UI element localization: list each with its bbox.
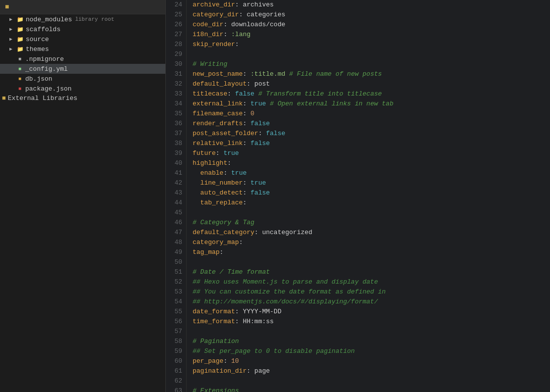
sidebar-item-external-libraries[interactable]: ■ External Libraries xyxy=(0,94,165,103)
code-line: ## Set per_page to 0 to disable paginati… xyxy=(193,346,550,356)
blog-icon: ■ xyxy=(5,3,9,11)
code-line: default_category: uncategorized xyxy=(193,228,550,238)
item-label: scaffolds xyxy=(26,26,60,33)
code-line: pagination_dir: page xyxy=(193,366,550,376)
file-icon: ■ xyxy=(16,85,24,93)
file-icon: ■ xyxy=(16,75,24,83)
code-line: enable: true xyxy=(193,168,550,178)
sidebar-header: ■ xyxy=(0,0,165,14)
sidebar: ■ ▶ 📁 node_modules library root ▶ 📁 scaf… xyxy=(0,0,166,392)
code-line: new_post_name: :title.md # File name of … xyxy=(193,69,550,79)
line-numbers: 2425262728293031323334353637383940414243… xyxy=(166,0,187,392)
item-label: package.json xyxy=(25,85,72,93)
folder-icon: 📁 xyxy=(16,15,24,23)
sidebar-item-config-yml[interactable]: ■ _config.yml xyxy=(0,64,165,74)
code-line: highlight: xyxy=(193,158,550,168)
code-line: # Extensions xyxy=(193,386,550,392)
code-line: titlecase: false # Transform title into … xyxy=(193,89,550,99)
code-line: i18n_dir: :lang xyxy=(193,30,550,40)
file-icon: ■ xyxy=(16,65,24,73)
code-content[interactable]: archive_dir: archivescategory_dir: categ… xyxy=(187,0,550,392)
sidebar-item-scaffolds[interactable]: ▶ 📁 scaffolds xyxy=(0,24,165,34)
code-line: code_dir: downloads/code xyxy=(193,20,550,30)
code-line: time_format: HH:mm:ss xyxy=(193,317,550,327)
code-line: # Category & Tag xyxy=(193,218,550,228)
sidebar-item-db-json[interactable]: ■ db.json xyxy=(0,74,165,84)
item-label: db.json xyxy=(25,75,52,83)
code-line: per_page: 10 xyxy=(193,356,550,366)
sidebar-item-source[interactable]: ▶ 📁 source xyxy=(0,34,165,44)
code-line: tag_map: xyxy=(193,247,550,257)
code-line xyxy=(193,327,550,337)
file-icon: ■ xyxy=(16,55,24,63)
folder-icon: 📁 xyxy=(16,25,24,33)
code-area: 2425262728293031323334353637383940414243… xyxy=(166,0,550,392)
code-line: tab_replace: xyxy=(193,198,550,208)
sidebar-item-themes[interactable]: ▶ 📁 themes xyxy=(0,44,165,54)
code-line xyxy=(193,257,550,267)
collapse-icon: ▶ xyxy=(7,45,15,53)
sidebar-item-node-modules[interactable]: ▶ 📁 node_modules library root xyxy=(0,14,165,24)
folder-icon: 📁 xyxy=(16,45,24,53)
item-label: _config.yml xyxy=(25,65,68,73)
code-line: ## You can customize the date format as … xyxy=(193,287,550,297)
code-line: ## http://momentjs.com/docs/#/displaying… xyxy=(193,297,550,307)
item-label: themes xyxy=(26,46,49,53)
item-label: External Libraries xyxy=(8,95,77,102)
code-line xyxy=(193,376,550,386)
code-line xyxy=(193,49,550,59)
code-line: # Pagination xyxy=(193,337,550,346)
code-line: future: true xyxy=(193,148,550,158)
collapse-icon: ▶ xyxy=(7,25,15,33)
code-line: render_drafts: false xyxy=(193,119,550,129)
code-line xyxy=(193,208,550,218)
item-label: source xyxy=(26,36,49,43)
library-icon: ■ xyxy=(2,95,6,102)
code-line: post_asset_folder: false xyxy=(193,129,550,139)
code-line: # Writing xyxy=(193,59,550,69)
item-sublabel: library root xyxy=(75,16,114,22)
code-line: auto_detect: false xyxy=(193,188,550,198)
sidebar-item-package-json[interactable]: ■ package.json xyxy=(0,84,165,94)
item-label: node_modules xyxy=(26,16,72,23)
folder-icon: 📁 xyxy=(16,35,24,43)
editor: 2425262728293031323334353637383940414243… xyxy=(166,0,550,392)
code-line: category_map: xyxy=(193,238,550,247)
code-line: default_layout: post xyxy=(193,79,550,89)
code-line: filename_case: 0 xyxy=(193,109,550,119)
code-line: ## Hexo uses Moment.js to parse and disp… xyxy=(193,277,550,287)
code-line: line_number: true xyxy=(193,178,550,188)
collapse-icon: ▶ xyxy=(7,15,15,23)
code-line: skip_render: xyxy=(193,40,550,49)
code-line: external_link: true # Open external link… xyxy=(193,99,550,109)
code-line: date_format: YYYY-MM-DD xyxy=(193,307,550,317)
code-line: archive_dir: archives xyxy=(193,0,550,10)
collapse-icon: ▶ xyxy=(7,35,15,43)
code-line: relative_link: false xyxy=(193,139,550,148)
item-label: .npmignore xyxy=(25,55,64,63)
sidebar-item-npmignore[interactable]: ■ .npmignore xyxy=(0,54,165,64)
code-line: # Date / Time format xyxy=(193,267,550,277)
code-line: category_dir: categories xyxy=(193,10,550,20)
